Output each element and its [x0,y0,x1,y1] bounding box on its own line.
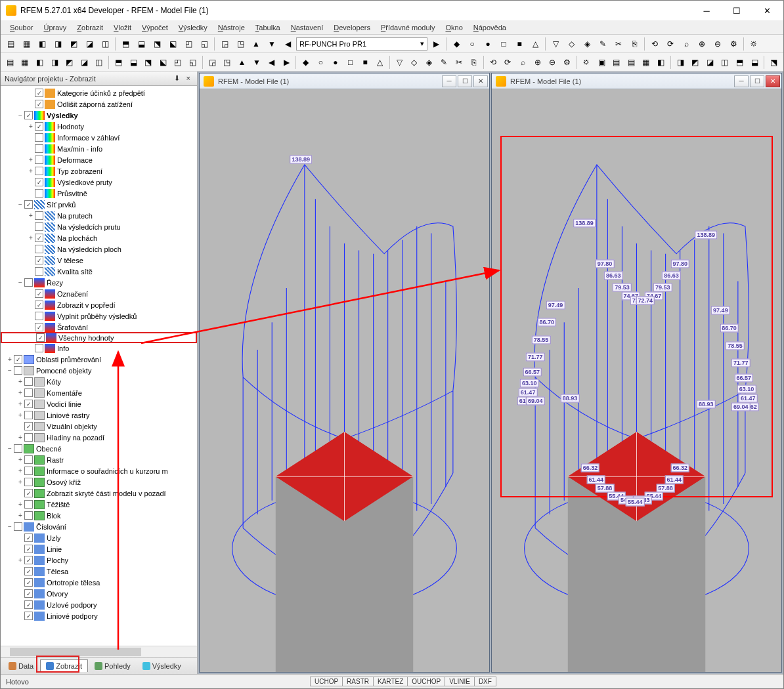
view-close-button[interactable]: ✕ [766,75,780,87]
toolbar-button[interactable]: ▦ [19,37,33,51]
toolbar-button[interactable]: ▣ [595,55,609,70]
status-mode[interactable]: RASTR [342,677,374,686]
checkbox[interactable] [35,245,43,253]
toolbar-button[interactable]: ◩ [66,37,81,51]
menu-výpočet[interactable]: Výpočet [138,22,172,33]
expand-icon[interactable]: − [6,367,14,374]
tree-item[interactable]: + Blok [1,510,197,521]
toolbar-button[interactable]: ⟲ [487,55,500,70]
close-button[interactable]: ✕ [752,1,782,20]
tree-item[interactable]: + Na prutech [1,210,197,221]
expand-icon[interactable]: − [16,279,24,286]
expand-icon[interactable]: + [16,378,24,385]
tree-item[interactable]: + Deformace [1,154,197,165]
checkbox[interactable] [14,522,22,531]
menu-nápověda[interactable]: Nápověda [469,22,510,33]
maximize-button[interactable]: ☐ [722,1,752,20]
checkbox[interactable]: ✓ [35,89,43,97]
menu-soubor[interactable]: Soubor [6,22,37,33]
tree-item[interactable]: − ✓ Výsledky [1,110,197,121]
menu-výsledky[interactable]: Výsledky [175,22,211,33]
toolbar-button[interactable]: ○ [314,55,328,70]
toolbar-button[interactable]: ⚙ [726,37,741,51]
toolbar-button[interactable]: ◳ [233,37,248,51]
checkbox[interactable] [14,444,22,453]
toolbar-button[interactable]: ▤ [624,55,638,70]
tree-item[interactable]: ✓ Tělesa [1,566,197,577]
tree-item[interactable]: Max/min - info [1,143,197,154]
tree-item[interactable]: Info [1,343,197,354]
toolbar-button[interactable]: ◨ [51,37,65,51]
toolbar-button[interactable]: ▶ [429,37,443,51]
checkbox[interactable]: ✓ [24,578,33,587]
checkbox[interactable] [24,433,33,442]
toolbar-button[interactable]: ◨ [674,55,687,70]
checkbox[interactable]: ✓ [35,122,43,131]
menu-přídavné moduly[interactable]: Přídavné moduly [377,22,439,33]
toolbar-button[interactable]: ◇ [564,37,578,51]
toolbar-button[interactable]: □ [343,55,357,70]
tree-item[interactable]: + ✓ Oblasti průměrování [1,354,197,365]
checkbox[interactable]: ✓ [24,589,33,598]
checkbox[interactable] [35,267,43,276]
toolbar-button[interactable]: ✂ [452,55,466,70]
toolbar-button[interactable]: ◪ [82,37,97,51]
toolbar-button[interactable]: ⬓ [127,55,141,70]
checkbox[interactable]: ✓ [24,533,33,542]
toolbar-button[interactable]: ⬒ [112,55,125,70]
checkbox[interactable] [24,388,33,397]
expand-icon[interactable]: + [16,400,24,407]
expand-icon[interactable]: + [27,212,35,219]
checkbox[interactable]: ✓ [35,256,43,264]
toolbar-button[interactable]: ⟲ [647,37,662,51]
view-min-button[interactable]: ─ [442,75,456,87]
tree-item[interactable]: Průsvitně [1,188,197,199]
checkbox[interactable]: ✓ [24,422,33,430]
tree-item[interactable]: ✓ V tělese [1,255,197,266]
status-mode[interactable]: VLINIE [445,677,475,686]
checkbox[interactable]: ✓ [36,333,45,342]
expand-icon[interactable]: + [16,411,24,419]
checkbox[interactable] [35,133,43,142]
toolbar-button[interactable]: ✂ [611,37,626,51]
menu-tabulka[interactable]: Tabulka [251,22,284,33]
checkbox[interactable]: ✓ [35,234,43,242]
checkbox[interactable] [24,455,33,464]
expand-icon[interactable]: − [6,523,14,530]
expand-icon[interactable]: + [16,512,24,519]
checkbox[interactable]: ✓ [24,400,33,408]
tree-item[interactable]: ✓ Odlišit záporná zatížení [1,98,197,110]
expand-icon[interactable]: + [16,478,24,486]
toolbar-button[interactable]: ◇ [408,55,422,70]
checkbox[interactable] [24,377,33,386]
tree-hscroll[interactable] [1,646,197,657]
tree-item[interactable]: ✓ Zobrazit skryté části modelu v pozadí [1,488,197,499]
tree-item[interactable]: ✓ Liniové podpory [1,610,197,621]
tree-item[interactable]: + ✓ Hodnoty [1,121,197,132]
tree-item[interactable]: ✓ Šrafování [1,322,197,333]
toolbar-button[interactable]: ▦ [18,55,32,70]
toolbar-button[interactable]: ◰ [171,55,185,70]
checkbox[interactable] [35,312,43,320]
checkbox[interactable]: ✓ [24,545,33,553]
toolbar-button[interactable]: ■ [512,37,527,51]
toolbar-button[interactable]: ⬓ [134,37,148,51]
toolbar-button[interactable]: ⎘ [627,37,642,51]
toolbar-button[interactable]: ⬕ [165,37,180,51]
checkbox[interactable] [35,156,43,164]
status-mode[interactable]: KARTEZ [373,677,408,686]
toolbar-button[interactable]: ⟳ [663,37,678,51]
expand-icon[interactable]: + [6,356,14,363]
navtab-pohledy[interactable]: Pohledy [89,660,136,672]
tree-item[interactable]: ✓ Uzlové podpory [1,599,197,610]
toolbar-button[interactable]: ⊕ [531,55,544,70]
minimize-button[interactable]: ─ [691,1,722,20]
checkbox[interactable]: ✓ [24,111,33,119]
toolbar-button[interactable]: ⬔ [141,55,155,70]
toolbar-button[interactable]: △ [528,37,542,51]
tree-item[interactable]: Vyplnit průběhy výsledků [1,310,197,322]
tree-item[interactable]: − Číslování [1,521,197,532]
toolbar-button[interactable]: ◱ [197,37,211,51]
toolbar-button[interactable]: ■ [359,55,372,70]
toolbar-button[interactable]: ● [481,37,495,51]
